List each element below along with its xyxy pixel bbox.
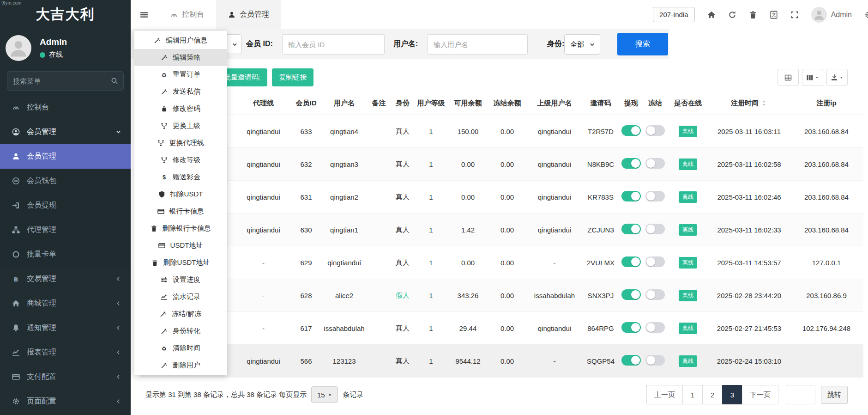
- page-button-1[interactable]: 1: [682, 385, 703, 404]
- context-menu-item-gift-bonus[interactable]: 赠送彩金: [134, 169, 227, 186]
- sidebar-item-trade-manage[interactable]: 交易管理: [0, 267, 131, 291]
- withdraw-toggle[interactable]: [621, 355, 641, 366]
- context-menu-item-bank-card-info[interactable]: 银行卡信息: [134, 203, 227, 220]
- tab-member-manage[interactable]: 会员管理: [216, 0, 281, 29]
- withdraw-toggle[interactable]: [621, 125, 641, 136]
- freeze-toggle[interactable]: [645, 355, 665, 366]
- context-menu-item-clear-time[interactable]: 清除时间: [134, 340, 227, 357]
- copy-link-button[interactable]: 复制链接: [272, 68, 313, 86]
- page-size-select[interactable]: 15: [311, 386, 338, 403]
- sidebar-item-report-manage[interactable]: 报表管理: [0, 340, 131, 365]
- table-row[interactable]: qingtiandui632qingtian3真人10.000.00qingti…: [140, 148, 863, 181]
- refresh-button[interactable]: [728, 11, 736, 19]
- withdraw-toggle[interactable]: [621, 256, 641, 267]
- tab-console[interactable]: 控制台: [158, 0, 216, 29]
- column-header[interactable]: 冻结: [643, 92, 667, 115]
- home-button[interactable]: [707, 11, 716, 19]
- context-menu-item-deduct-usdt[interactable]: 扣除USDT: [134, 186, 227, 203]
- settings-button[interactable]: [864, 11, 868, 19]
- withdraw-toggle[interactable]: [621, 158, 641, 169]
- column-header[interactable]: 冻结余额: [488, 92, 527, 115]
- username-input[interactable]: [428, 34, 528, 55]
- context-menu-item-delete-bank-card-info[interactable]: 删除银行卡信息: [134, 220, 227, 237]
- table-row[interactable]: -628alice2假人1343.260.00issahabdulahSNX3P…: [140, 279, 863, 312]
- page-button-3[interactable]: 3: [722, 385, 742, 404]
- context-menu-item-delete-user[interactable]: 删除用户: [134, 357, 227, 374]
- table-row[interactable]: qingtiandui630qingtian1真人11.420.00qingti…: [140, 214, 863, 246]
- export-button[interactable]: [826, 69, 848, 86]
- context-menu-item-change-level[interactable]: 修改等级: [134, 152, 227, 169]
- column-header[interactable]: 代理线: [237, 92, 290, 115]
- site-badge[interactable]: 207-India: [653, 7, 695, 22]
- column-header[interactable]: 上级用户名: [527, 92, 582, 115]
- clear-cache-button[interactable]: [749, 11, 757, 19]
- sidebar-item-agent-manage[interactable]: 代理管理: [0, 218, 131, 242]
- columns-button[interactable]: [802, 69, 823, 86]
- sidebar-item-member-withdraw[interactable]: 会员提现: [0, 193, 131, 218]
- member-id-input[interactable]: [282, 34, 385, 55]
- sidebar-item-page-config[interactable]: 页面配置: [0, 389, 131, 414]
- context-menu-item-change-password[interactable]: 修改密码: [134, 100, 227, 117]
- table-row[interactable]: -617issahabdulah真人129.440.00qingtiandui8…: [140, 312, 863, 345]
- context-menu-item-set-progress[interactable]: 设置进度: [134, 271, 227, 288]
- column-header[interactable]: 身份: [392, 92, 414, 115]
- table-row[interactable]: qingtiandui566123123真人19544.120.00-SQGP5…: [140, 345, 863, 378]
- context-menu-item-change-parent[interactable]: 更换上级: [134, 117, 227, 134]
- context-menu-item-delete-usdt-address[interactable]: 删除USDT地址: [134, 254, 227, 271]
- context-menu-item-send-message[interactable]: 发送私信: [134, 83, 227, 100]
- context-menu-item-flow-record[interactable]: 流水记录: [134, 288, 227, 305]
- context-menu-item-identity-convert[interactable]: 身份转化: [134, 323, 227, 340]
- column-header[interactable]: 用户等级: [414, 92, 448, 115]
- withdraw-toggle[interactable]: [621, 224, 641, 234]
- withdraw-toggle[interactable]: [621, 289, 641, 300]
- withdraw-toggle[interactable]: [621, 191, 641, 201]
- sidebar-item-batch-order[interactable]: 批量卡单: [0, 242, 131, 267]
- jump-button[interactable]: 跳转: [821, 386, 848, 404]
- context-menu-item-change-agent-line[interactable]: 更换代理线: [134, 134, 227, 152]
- freeze-toggle[interactable]: [645, 322, 665, 333]
- page-button-2[interactable]: 2: [702, 385, 723, 404]
- freeze-toggle[interactable]: [645, 125, 665, 136]
- sidebar-item-member-manage[interactable]: 会员管理: [0, 144, 131, 169]
- column-header[interactable]: 提现: [619, 92, 643, 115]
- sidebar-item-mall-manage[interactable]: 商城管理: [0, 291, 131, 316]
- freeze-toggle[interactable]: [645, 224, 665, 234]
- freeze-toggle[interactable]: [645, 158, 665, 169]
- search-button[interactable]: 搜索: [617, 33, 668, 55]
- context-menu-item-reset-order[interactable]: 重置订单: [134, 66, 227, 83]
- column-header[interactable]: 用户名: [322, 92, 366, 115]
- table-row[interactable]: -629qingtiandui真人10.000.00-2VULMX离线2025-…: [140, 246, 863, 279]
- context-menu-item-usdt-address[interactable]: USDT地址: [134, 237, 227, 254]
- next-page-button[interactable]: 下一页: [742, 385, 778, 404]
- column-header[interactable]: 备注: [366, 92, 392, 115]
- freeze-toggle[interactable]: [645, 191, 665, 201]
- freeze-toggle[interactable]: [645, 289, 665, 300]
- sidebar-toggle-button[interactable]: [131, 0, 158, 29]
- jump-page-input[interactable]: [786, 385, 815, 404]
- prev-page-button[interactable]: 上一页: [646, 385, 683, 404]
- column-header[interactable]: 是否在线: [667, 92, 709, 115]
- column-header[interactable]: 可用余额: [448, 92, 488, 115]
- sidebar-item-member-group[interactable]: 会员管理: [0, 120, 131, 144]
- sort-icon[interactable]: [761, 100, 767, 106]
- topbar-user-menu[interactable]: Admin: [811, 7, 852, 23]
- context-menu-item-edit-user-info[interactable]: 编辑用户信息: [134, 32, 227, 49]
- sidebar-item-console[interactable]: 控制台: [0, 95, 131, 120]
- withdraw-toggle[interactable]: [621, 322, 641, 333]
- column-header[interactable]: 注册时间: [709, 92, 790, 115]
- sidebar-item-notice-manage[interactable]: 通知管理: [0, 316, 131, 340]
- sidebar-item-payment-config[interactable]: 支付配置: [0, 365, 131, 389]
- menu-search-input[interactable]: [7, 71, 124, 91]
- column-header[interactable]: 会员ID: [290, 92, 322, 115]
- identity-select[interactable]: 全部: [564, 34, 600, 55]
- toggle-view-button[interactable]: [778, 69, 799, 86]
- context-menu-item-edit-strategy[interactable]: 编辑策略: [134, 49, 227, 66]
- column-header[interactable]: 注册ip: [790, 92, 863, 115]
- freeze-toggle[interactable]: [645, 256, 665, 267]
- table-row[interactable]: qingtiandui633qingtian4真人1150.000.00qing…: [140, 115, 863, 148]
- table-row[interactable]: qingtiandui631qingtian2真人10.000.00qingti…: [140, 181, 863, 214]
- context-menu-item-freeze-unfreeze[interactable]: 冻结/解冻: [134, 305, 227, 323]
- fullscreen-button[interactable]: [790, 11, 799, 19]
- search-icon[interactable]: [111, 77, 118, 85]
- column-header[interactable]: 邀请码: [582, 92, 619, 115]
